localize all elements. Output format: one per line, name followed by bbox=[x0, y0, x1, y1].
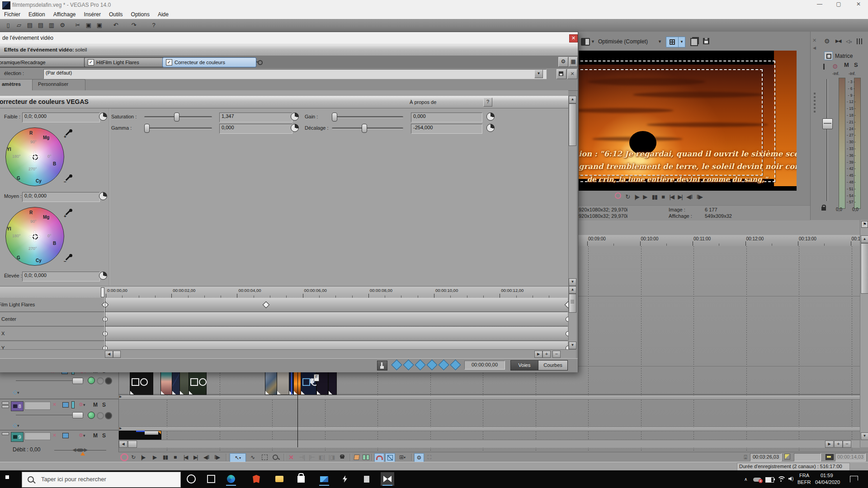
go-to-end-icon[interactable] bbox=[678, 193, 682, 200]
preview-quality-label[interactable]: Optimisée (Complet) bbox=[598, 38, 648, 45]
record-icon[interactable] bbox=[615, 192, 621, 200]
gamma-slider[interactable] bbox=[144, 124, 212, 132]
keyframe-circle[interactable] bbox=[103, 346, 108, 349]
taskbar-brave-icon[interactable] bbox=[250, 472, 263, 486]
animate-offset-icon[interactable] bbox=[486, 124, 495, 132]
delete-icon[interactable]: ✕ bbox=[287, 453, 296, 461]
parent-composite-icon[interactable] bbox=[97, 412, 104, 419]
gear-icon[interactable]: ⚙ bbox=[824, 38, 830, 44]
taskbar-explorer-icon[interactable] bbox=[273, 472, 286, 486]
play-icon[interactable] bbox=[643, 193, 647, 200]
timeline-vscrollbar[interactable]: ⚑ ▲ ▼ bbox=[860, 220, 868, 447]
track-keyframe-icon[interactable]: ◇▾ bbox=[13, 389, 19, 395]
stop-icon[interactable] bbox=[174, 453, 177, 461]
taskbar-search[interactable]: Taper ici pour rechercher bbox=[22, 472, 181, 488]
menu-options[interactable]: Options bbox=[127, 10, 154, 19]
scroll-down-icon[interactable]: ▼ bbox=[861, 432, 868, 440]
track-name-field[interactable] bbox=[24, 432, 51, 440]
previous-keyframe-icon[interactable] bbox=[403, 359, 414, 370]
trim-end-icon[interactable]: |⊢ bbox=[307, 453, 316, 461]
taskbar-cortana-icon[interactable] bbox=[184, 472, 198, 486]
go-to-start-icon[interactable] bbox=[670, 193, 674, 200]
eyedropper-add-icon[interactable]: + bbox=[64, 209, 73, 218]
taskbar-mail-icon[interactable] bbox=[317, 472, 331, 486]
automation-gear-icon[interactable]: ⚙ bbox=[832, 63, 838, 70]
scrollbar-thumb[interactable] bbox=[861, 243, 868, 294]
insert-region-icon[interactable] bbox=[362, 453, 370, 461]
video-clip[interactable] bbox=[277, 371, 289, 395]
downmix-icon[interactable]: ▶◀ bbox=[835, 39, 840, 43]
event-pan-crop-icon[interactable]: ⛶ bbox=[425, 453, 434, 461]
scrollbar-thumb[interactable] bbox=[128, 441, 137, 448]
scroll-left-icon[interactable]: ◀ bbox=[119, 441, 127, 448]
previous-frame-icon[interactable] bbox=[686, 193, 692, 200]
keyframe-playhead[interactable] bbox=[104, 298, 105, 349]
fader-track[interactable] bbox=[826, 79, 828, 201]
pan-crop-icon[interactable] bbox=[190, 378, 198, 386]
volume-fader-handle[interactable] bbox=[822, 118, 833, 129]
gamma-field[interactable]: 0,000 bbox=[219, 124, 292, 134]
scrollbar-thumb[interactable] bbox=[569, 103, 576, 146]
sync-cursor-icon[interactable] bbox=[377, 361, 387, 371]
volume-icon[interactable] bbox=[788, 477, 792, 481]
parent-composite-icon[interactable] bbox=[97, 377, 104, 385]
pause-icon[interactable] bbox=[652, 193, 657, 200]
keyframe-row[interactable]: X bbox=[0, 327, 568, 341]
keyframe-time-display[interactable]: 00:00:00,00 bbox=[464, 361, 505, 370]
undo-icon[interactable]: ↶ bbox=[111, 22, 120, 30]
gain-slider[interactable] bbox=[332, 113, 403, 121]
taskbar-store-icon[interactable] bbox=[294, 472, 308, 486]
scroll-down-icon[interactable]: ▼ bbox=[569, 278, 576, 286]
track-level-icon[interactable] bbox=[71, 401, 75, 408]
zoom-in-icon[interactable]: + bbox=[834, 441, 843, 448]
slip-icon[interactable]: |◨ bbox=[327, 453, 336, 461]
scroll-up-icon[interactable]: ▲ bbox=[569, 96, 576, 103]
new-project-icon[interactable]: ▯ bbox=[4, 22, 13, 30]
snap-icon[interactable] bbox=[374, 453, 384, 462]
keyframe-lane[interactable] bbox=[105, 327, 568, 340]
dialog-titlebar[interactable]: de l'événement vidéo ✕ bbox=[0, 32, 578, 44]
drag-handle[interactable] bbox=[814, 93, 816, 113]
copy-snapshot-icon[interactable] bbox=[690, 38, 698, 46]
video-clip[interactable] bbox=[160, 371, 172, 395]
record-icon[interactable] bbox=[120, 453, 128, 461]
video-clip[interactable] bbox=[265, 371, 277, 395]
scroll-right-icon[interactable]: ▶ bbox=[534, 351, 542, 358]
dim-output-icon[interactable]: ◁₊ bbox=[846, 39, 852, 44]
keyframe-circle[interactable] bbox=[103, 331, 108, 336]
composite-child-icon[interactable] bbox=[105, 377, 112, 385]
fx-chain-item[interactable]: ✓HitFilm Light Flares bbox=[84, 57, 165, 67]
close-button[interactable]: ✕ bbox=[852, 1, 865, 7]
copy-icon[interactable]: ▣ bbox=[84, 22, 93, 30]
length-time-display[interactable]: 00:00:14,03 bbox=[835, 453, 866, 461]
solo-button[interactable]: S bbox=[102, 432, 106, 439]
scrollbar-thumb[interactable] bbox=[569, 294, 576, 313]
video-display[interactable]: ion : "6:12 Je regardai, quand il ouvrit… bbox=[579, 51, 797, 191]
pan-crop-icon[interactable] bbox=[132, 378, 139, 386]
split-screen-view-icon[interactable] bbox=[666, 37, 679, 47]
track-motion-icon[interactable]: ✕ bbox=[52, 402, 57, 408]
scroll-up-icon[interactable]: ▲ bbox=[569, 286, 576, 294]
keyframe-diamond[interactable] bbox=[263, 301, 270, 309]
track-automation-icon[interactable]: ⚙▾ bbox=[79, 432, 85, 438]
scrollbar-thumb[interactable] bbox=[113, 351, 121, 358]
pan-crop-icon[interactable] bbox=[302, 378, 310, 386]
taskbar-vegas-icon[interactable] bbox=[381, 472, 394, 486]
offset-field[interactable]: -254,000 bbox=[411, 124, 482, 134]
next-frame-icon[interactable] bbox=[697, 193, 703, 200]
keyframe-playhead-handle[interactable] bbox=[101, 287, 104, 297]
animate-mid-icon[interactable] bbox=[99, 192, 107, 200]
tray-language[interactable]: FRA bbox=[799, 473, 809, 478]
redo-icon[interactable]: ↷ bbox=[129, 22, 138, 30]
keyframe-lane[interactable] bbox=[105, 312, 568, 326]
wheel-crosshair[interactable] bbox=[31, 153, 39, 161]
track-header-7[interactable]: ✕ ⚙▾ M S ◇▾ bbox=[0, 371, 118, 398]
fx-enable-checkbox[interactable]: ✓ bbox=[88, 59, 94, 66]
mixer-solo-button[interactable]: S bbox=[854, 61, 858, 68]
play-from-start-icon[interactable] bbox=[635, 193, 639, 200]
go-to-start-icon[interactable] bbox=[184, 453, 187, 461]
mixer-faders-icon[interactable] bbox=[857, 38, 863, 44]
minimize-track-icon[interactable] bbox=[2, 432, 9, 435]
slider-handle[interactable] bbox=[332, 113, 337, 122]
track-keyframe-icon[interactable]: ◇▾ bbox=[13, 422, 19, 428]
